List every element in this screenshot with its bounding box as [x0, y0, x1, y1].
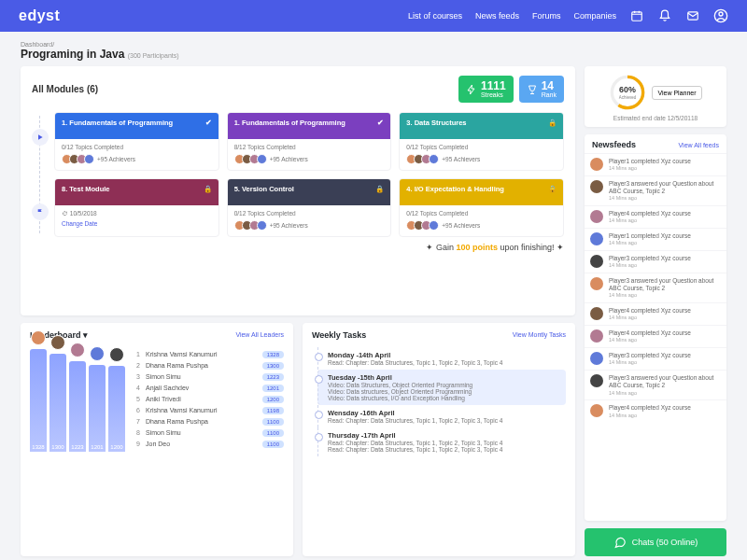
- calendar-icon[interactable]: [629, 8, 644, 23]
- feed-item[interactable]: Player1 completed Xyz course14 Mins ago: [585, 153, 726, 175]
- chat-button[interactable]: Chats (50 Online): [585, 528, 726, 556]
- bar-value: 1200: [110, 444, 122, 450]
- module-date: ⏱ 10/5/2018: [62, 210, 212, 217]
- newsfeeds-card: NewsfeedsView All feeds Player1 complete…: [585, 134, 726, 521]
- avatar: [590, 158, 603, 171]
- rank-row[interactable]: 2Dhana Rama Pushpa1300: [133, 360, 284, 371]
- task-day: Wensday -16th April: [328, 409, 566, 417]
- rank-num: 6: [133, 407, 140, 413]
- rank-row[interactable]: 1Krishna Vamsi Kanumuri1328: [133, 349, 284, 360]
- rank-name: Simon Simu: [146, 373, 181, 380]
- module-card[interactable]: 4. I/O Expectation & Handling🔒 0/12 Topi…: [399, 178, 564, 237]
- feed-time: 14 Mins ago: [609, 292, 721, 299]
- feed-item[interactable]: Player4 completed Xyz course14 Mins ago: [585, 325, 726, 347]
- bar-value: 1300: [51, 444, 63, 450]
- mail-icon[interactable]: [685, 8, 700, 23]
- streaks-value: 1111: [481, 80, 506, 91]
- feed-item[interactable]: Player3 answered your Question about ABC…: [585, 175, 726, 205]
- rank-row[interactable]: 3Simon Simu1223: [133, 371, 284, 383]
- feed-item[interactable]: Player3 answered your Question about ABC…: [585, 370, 726, 399]
- achievers-text: +95 Achievers: [442, 222, 480, 229]
- rank-points: 1300: [262, 362, 284, 370]
- feed-item[interactable]: Player4 completed Xyz course14 Mins ago: [585, 399, 726, 422]
- rank-name: Krishna Vamsi Kanumuri: [146, 407, 218, 413]
- task-item[interactable]: Monday -14th AprilRead: Chapter: Data St…: [317, 347, 566, 370]
- feed-item[interactable]: Player3 answered your Question about ABC…: [585, 273, 726, 302]
- rank-points: 1100: [262, 418, 284, 426]
- module-card[interactable]: 5. Version Control🔒 0/12 Topics Complete…: [227, 178, 392, 237]
- module-card[interactable]: 3. Data Structures🔒 0/12 Topics Complete…: [399, 112, 564, 171]
- gain-text: ✦ Gain 100 points upon finishing! ✦: [32, 243, 564, 252]
- feed-item[interactable]: Player1 completed Xyz course14 Mins ago: [585, 228, 726, 250]
- module-card[interactable]: 1. Fundamentals of Programming✔ 8/12 Top…: [227, 112, 392, 171]
- rank-row[interactable]: 7Dhana Rama Pushpa1100: [133, 416, 284, 427]
- nav-courses[interactable]: List of courses: [408, 11, 462, 21]
- rank-name: Dhana Rama Pushpa: [146, 418, 208, 425]
- progress-card: 60%Achieved View Planner Estimated end d…: [585, 66, 726, 127]
- page-title: Programing in Java: [21, 48, 124, 61]
- avatar: [590, 232, 603, 245]
- nav-newsfeeds[interactable]: News feeds: [475, 11, 519, 21]
- rank-row[interactable]: 4Anjali Sachdev1201: [133, 383, 284, 394]
- view-all-leaders-link[interactable]: View All Leaders: [235, 331, 284, 338]
- feed-text: Player1 completed Xyz course: [609, 232, 691, 240]
- task-detail: Read: Chapter: Data Structures, Topic 1,…: [328, 417, 566, 424]
- modules-grid: 1. Fundamentals of Programming✔ 0/12 Top…: [32, 112, 564, 237]
- nav-forums[interactable]: Forums: [532, 11, 561, 21]
- module-card[interactable]: 1. Fundamentals of Programming✔ 0/12 Top…: [54, 112, 219, 171]
- module-card[interactable]: 8. Test Module🔒 ⏱ 10/5/2018Change Date: [54, 178, 219, 237]
- rank-num: 2: [133, 362, 140, 369]
- rank-row[interactable]: 9Jon Deo1100: [133, 439, 284, 450]
- rank-points: 1198: [262, 407, 284, 414]
- brand-logo[interactable]: edyst: [19, 7, 60, 24]
- sparkle-icon: ✦: [554, 243, 564, 252]
- view-planner-button[interactable]: View Planner: [652, 86, 701, 100]
- rank-points: 1328: [262, 351, 284, 358]
- change-date-link[interactable]: Change Date: [62, 220, 97, 227]
- feed-item[interactable]: Player4 completed Xyz course14 Mins ago: [585, 205, 726, 228]
- module-title: 5. Version Control: [234, 185, 294, 200]
- view-all-feeds-link[interactable]: View All feeds: [679, 142, 719, 148]
- feed-item[interactable]: Player3 completed Xyz course14 Mins ago: [585, 347, 726, 370]
- rank-pill[interactable]: 14Rank: [519, 76, 564, 103]
- progress-ring-icon: 60%Achieved: [609, 74, 646, 111]
- feed-time: 14 Mins ago: [609, 315, 691, 321]
- rank-row[interactable]: 8Simon Simu1100: [133, 427, 284, 439]
- rank-points: 1223: [262, 373, 284, 381]
- nav-companies[interactable]: Companies: [573, 11, 616, 21]
- feed-text: Player4 completed Xyz course: [609, 307, 691, 315]
- view-monthly-link[interactable]: View Montly Tasks: [513, 331, 566, 338]
- achievers-text: +95 Achievers: [442, 156, 480, 162]
- rank-name: Aniki Trivedi: [146, 396, 181, 402]
- top-bar: edyst List of courses News feeds Forums …: [0, 0, 747, 32]
- module-title: 3. Data Structures: [406, 119, 466, 133]
- rank-row[interactable]: 6Krishna Vamsi Kanumuri1198: [133, 405, 284, 416]
- feed-text: Player1 completed Xyz course: [609, 158, 691, 165]
- feed-text: Player4 completed Xyz course: [609, 329, 691, 337]
- chat-icon: [613, 536, 627, 549]
- participants-count: (300 Participants): [128, 52, 179, 59]
- svg-point-3: [719, 12, 723, 16]
- rank-row[interactable]: 5Aniki Trivedi1200: [133, 394, 284, 405]
- rank-points: 1201: [262, 385, 284, 392]
- rank-name: Anjali Sachdev: [146, 385, 189, 391]
- chat-label: Chats (50 Online): [632, 538, 698, 547]
- feed-item[interactable]: Player3 completed Xyz course14 Mins ago: [585, 250, 726, 273]
- modules-heading: All Modules (6): [32, 84, 98, 94]
- bell-icon[interactable]: [657, 8, 672, 23]
- breadcrumb[interactable]: Dashboard/: [21, 41, 726, 48]
- streaks-pill[interactable]: 1111Streaks: [458, 76, 514, 103]
- rank-points: 1100: [262, 441, 284, 448]
- feed-text: Player3 answered your Question about ABC…: [609, 374, 721, 389]
- feed-item[interactable]: Player4 completed Xyz course14 Mins ago: [585, 302, 726, 325]
- bar-value: 1328: [32, 444, 44, 450]
- task-item[interactable]: Thursday -17th AprilRead: Chapter: Data …: [317, 427, 566, 456]
- feed-time: 14 Mins ago: [609, 390, 721, 397]
- svg-text:Achieved: Achieved: [619, 95, 637, 100]
- task-item[interactable]: Tuesday -15th AprilVideo: Data Structure…: [317, 370, 566, 405]
- task-item[interactable]: Wensday -16th AprilRead: Chapter: Data S…: [317, 405, 566, 427]
- rank-list: 1Krishna Vamsi Kanumuri13282Dhana Rama P…: [133, 349, 284, 452]
- profile-icon[interactable]: [713, 8, 728, 23]
- feed-text: Player3 completed Xyz course: [609, 352, 691, 359]
- weekly-title: Weekly Tasks: [312, 330, 366, 340]
